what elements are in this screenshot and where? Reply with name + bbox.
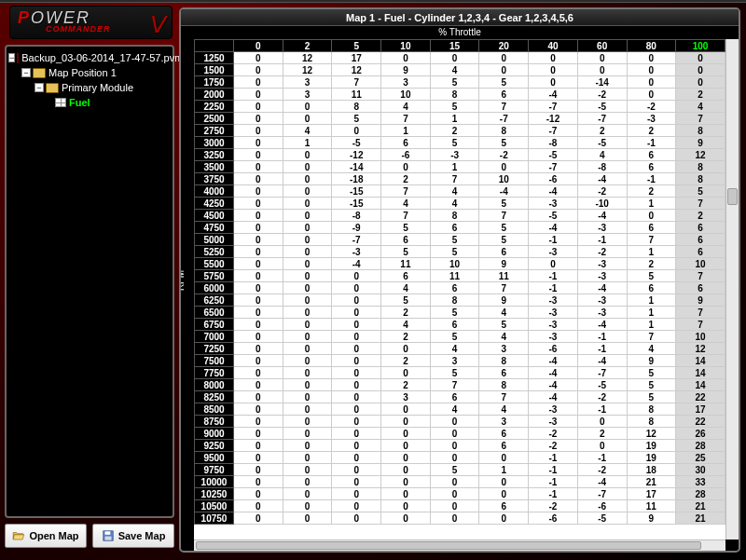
fuel-cell[interactable]: 7 (430, 379, 479, 391)
scrollbar-thumb[interactable] (196, 541, 701, 550)
fuel-cell[interactable]: -7 (577, 488, 627, 500)
fuel-cell[interactable]: 0 (283, 210, 332, 222)
fuel-cell[interactable]: 8 (676, 173, 725, 185)
fuel-cell[interactable]: 0 (234, 367, 283, 379)
throttle-header[interactable]: 20 (479, 40, 529, 52)
fuel-cell[interactable]: 5 (430, 331, 479, 343)
fuel-cell[interactable]: 28 (676, 440, 725, 452)
fuel-cell[interactable]: -1 (577, 331, 627, 343)
fuel-cell[interactable]: 1 (627, 198, 676, 210)
fuel-cell[interactable]: -8 (577, 161, 627, 173)
scrollbar-thumb[interactable] (727, 188, 738, 205)
fuel-cell[interactable]: 0 (234, 76, 283, 89)
fuel-cell[interactable]: 0 (381, 440, 431, 452)
fuel-cell[interactable]: 6 (627, 161, 676, 173)
rpm-header[interactable]: 8500 (195, 403, 234, 416)
fuel-cell[interactable]: 4 (479, 307, 529, 319)
fuel-cell[interactable]: 0 (627, 76, 676, 89)
fuel-cell[interactable]: 7 (381, 113, 431, 125)
throttle-header[interactable]: 60 (577, 40, 627, 52)
fuel-cell[interactable]: 0 (234, 464, 283, 476)
fuel-cell[interactable]: 0 (283, 258, 332, 270)
fuel-cell[interactable]: -2 (577, 89, 627, 101)
fuel-cell[interactable]: 10 (430, 258, 479, 270)
fuel-cell[interactable]: 4 (430, 403, 479, 416)
fuel-cell[interactable]: 6 (627, 282, 676, 294)
fuel-cell[interactable]: -1 (577, 452, 627, 464)
fuel-cell[interactable]: 22 (676, 391, 725, 403)
fuel-cell[interactable]: 12 (283, 52, 332, 64)
fuel-cell[interactable]: 0 (234, 52, 283, 64)
rpm-header[interactable]: 7000 (195, 331, 234, 343)
fuel-cell[interactable]: 6 (676, 222, 725, 234)
fuel-cell[interactable]: 4 (381, 101, 431, 113)
fuel-cell[interactable]: -15 (332, 198, 381, 210)
fuel-cell[interactable]: 0 (234, 403, 283, 416)
throttle-header[interactable]: 40 (529, 40, 578, 52)
fuel-cell[interactable]: 9 (381, 64, 431, 76)
fuel-cell[interactable]: 25 (676, 452, 725, 464)
fuel-cell[interactable]: 7 (479, 391, 529, 403)
fuel-cell[interactable]: 4 (430, 64, 479, 76)
fuel-cell[interactable]: -1 (577, 403, 627, 416)
expander-icon[interactable]: − (35, 83, 44, 92)
fuel-cell[interactable]: 0 (627, 89, 676, 101)
fuel-cell[interactable]: 0 (283, 270, 332, 282)
fuel-cell[interactable]: 5 (381, 246, 431, 258)
fuel-cell[interactable]: 0 (479, 488, 529, 500)
fuel-cell[interactable]: 6 (381, 234, 431, 246)
fuel-cell[interactable]: -6 (529, 173, 578, 185)
fuel-cell[interactable]: -3 (332, 246, 381, 258)
rpm-header[interactable]: 5250 (195, 246, 234, 258)
fuel-cell[interactable]: 0 (234, 343, 283, 355)
fuel-cell[interactable]: -8 (529, 137, 578, 149)
fuel-cell[interactable]: 0 (529, 258, 578, 270)
fuel-cell[interactable]: 5 (479, 234, 529, 246)
fuel-cell[interactable]: -5 (577, 101, 627, 113)
fuel-cell[interactable]: 0 (430, 488, 479, 500)
fuel-cell[interactable]: -7 (529, 101, 578, 113)
horizontal-scrollbar[interactable] (194, 540, 725, 551)
fuel-cell[interactable]: 2 (381, 355, 431, 367)
rpm-header[interactable]: 7250 (195, 343, 234, 355)
rpm-header[interactable]: 2750 (195, 125, 234, 137)
fuel-cell[interactable]: -2 (529, 500, 578, 512)
fuel-cell[interactable]: -4 (577, 355, 627, 367)
fuel-cell[interactable]: 9 (676, 294, 725, 307)
fuel-cell[interactable]: 10 (676, 331, 725, 343)
fuel-cell[interactable]: -2 (577, 464, 627, 476)
fuel-cell[interactable]: 8 (430, 210, 479, 222)
fuel-cell[interactable]: 0 (430, 52, 479, 64)
rpm-header[interactable]: 2000 (195, 89, 234, 101)
fuel-cell[interactable]: -3 (529, 416, 578, 428)
fuel-cell[interactable]: -8 (332, 210, 381, 222)
fuel-cell[interactable]: 11 (627, 500, 676, 512)
fuel-cell[interactable]: -6 (381, 149, 431, 161)
fuel-cell[interactable]: -1 (529, 234, 578, 246)
fuel-cell[interactable]: 0 (381, 500, 431, 512)
fuel-cell[interactable]: 2 (577, 125, 627, 137)
fuel-cell[interactable]: 0 (577, 64, 627, 76)
fuel-cell[interactable]: 0 (234, 488, 283, 500)
fuel-cell[interactable]: -3 (577, 307, 627, 319)
fuel-cell[interactable]: 0 (479, 512, 529, 525)
fuel-cell[interactable]: -14 (332, 161, 381, 173)
fuel-cell[interactable]: -7 (529, 161, 578, 173)
fuel-cell[interactable]: 0 (234, 379, 283, 391)
fuel-cell[interactable]: 0 (283, 294, 332, 307)
fuel-cell[interactable]: -2 (529, 440, 578, 452)
fuel-cell[interactable]: 7 (430, 173, 479, 185)
fuel-cell[interactable]: -4 (529, 379, 578, 391)
fuel-cell[interactable]: -7 (332, 234, 381, 246)
fuel-cell[interactable]: 0 (234, 101, 283, 113)
fuel-cell[interactable]: 0 (332, 343, 381, 355)
fuel-cell[interactable]: -3 (627, 113, 676, 125)
fuel-cell[interactable]: 2 (627, 125, 676, 137)
fuel-cell[interactable]: -6 (577, 500, 627, 512)
fuel-cell[interactable]: 0 (234, 161, 283, 173)
fuel-cell[interactable]: 33 (676, 476, 725, 488)
fuel-cell[interactable]: 3 (381, 391, 431, 403)
fuel-cell[interactable]: 5 (627, 391, 676, 403)
fuel-cell[interactable]: 12 (676, 343, 725, 355)
fuel-cell[interactable]: 5 (627, 270, 676, 282)
